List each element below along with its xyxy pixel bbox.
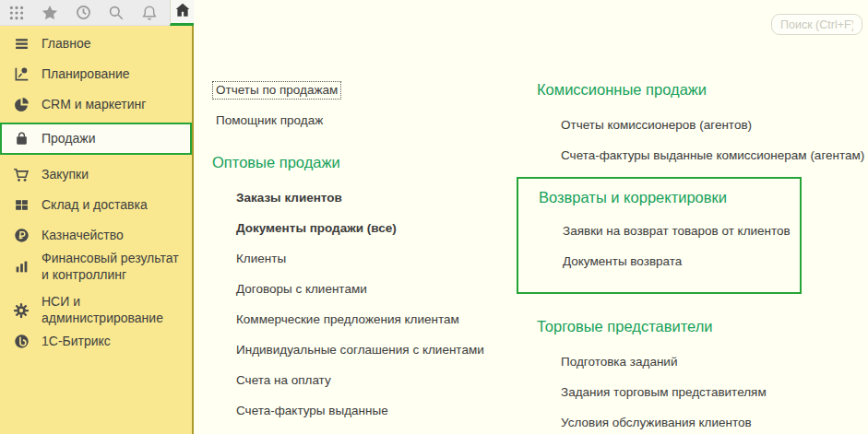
sidebar-item-label: Планирование <box>42 66 130 83</box>
sidebar-item[interactable]: Казначейство <box>0 220 192 251</box>
content-column-left: Отчеты по продажамПомощник продажОптовые… <box>212 81 517 434</box>
sidebar-item[interactable]: Главное <box>0 29 192 59</box>
section-title[interactable]: Комиссионные продажи <box>537 81 707 99</box>
nav-link[interactable]: Счета-фактуры выданные <box>232 402 392 420</box>
sidebar-item-label: Закупки <box>42 167 89 183</box>
sidebar-item[interactable]: Склад и доставка <box>0 190 192 220</box>
nav-link[interactable]: Коммерческие предложения клиентам <box>232 311 463 329</box>
nav-link[interactable]: Условия обслуживания клиентов <box>557 414 755 432</box>
nav-link[interactable]: Заказы клиентов <box>232 189 346 207</box>
gear-icon <box>13 302 30 319</box>
cart-icon <box>13 167 30 183</box>
section-title[interactable]: Возвраты и корректировки <box>539 189 727 206</box>
sidebar-item-label: 1С-Битрикс <box>42 334 111 350</box>
sidebar-item[interactable]: Планирование <box>0 59 192 89</box>
home-icon <box>174 2 191 22</box>
nav-link[interactable]: Задания торговым представителям <box>557 383 770 402</box>
favorites-icon[interactable] <box>41 4 59 22</box>
sidebar-item-label: Финансовый результат и контроллинг <box>42 251 184 283</box>
shopping-bag-icon <box>13 131 30 147</box>
section-title[interactable]: Торговые представители <box>537 318 713 335</box>
sidebar-item[interactable]: Продажи <box>0 123 192 155</box>
section-title[interactable]: Оптовые продажи <box>212 154 340 171</box>
ruble-icon <box>13 228 30 244</box>
toolbar <box>0 0 170 26</box>
nav-link[interactable]: Документы продажи (все) <box>232 219 400 238</box>
nav-link[interactable]: Отчеты по продажам <box>212 81 341 100</box>
history-icon[interactable] <box>74 4 92 22</box>
nav-link[interactable]: Индивидуальные соглашения с клиентами <box>232 341 488 359</box>
warehouse-icon <box>13 197 30 214</box>
nav-link[interactable]: Клиенты <box>232 250 290 268</box>
sidebar-item-label: Продажи <box>42 131 95 147</box>
sidebar: ГлавноеПланированиеCRM и маркетингПродаж… <box>0 26 194 434</box>
sidebar-item[interactable]: CRM и маркетинг <box>0 89 192 120</box>
nav-link[interactable]: Документы возврата <box>559 252 685 271</box>
section: Комиссионные продажиОтчеты комиссионеров… <box>537 81 850 165</box>
section: Торговые представителиПодготовка заданий… <box>537 318 850 432</box>
sidebar-item-label: НСИ и администрирование <box>42 294 184 326</box>
sidebar-item-label: CRM и маркетинг <box>42 97 146 113</box>
bitrix-icon <box>13 334 30 350</box>
menu-icon <box>13 36 30 53</box>
nav-link[interactable]: Заявки на возврат товаров от клиентов <box>559 222 794 240</box>
nav-link[interactable]: Отчеты комиссионеров (агентов) <box>557 116 755 135</box>
sidebar-item[interactable]: Закупки <box>0 159 192 190</box>
search-icon[interactable] <box>107 4 125 22</box>
sidebar-item[interactable]: НСИ и администрирование <box>0 294 192 326</box>
apps-icon[interactable] <box>7 4 26 22</box>
planning-icon <box>13 66 30 83</box>
nav-link[interactable]: Счета-фактуры выданные комиссионерам (аг… <box>557 147 868 165</box>
nav-link[interactable]: Подготовка заданий <box>557 353 681 371</box>
sidebar-item[interactable]: 1С-Битрикс <box>0 326 192 357</box>
search-input[interactable] <box>771 14 862 35</box>
content-column-right: Комиссионные продажиОтчеты комиссионеров… <box>537 81 850 434</box>
sidebar-item-label: Главное <box>42 36 91 53</box>
sidebar-item-label: Склад и доставка <box>42 197 148 214</box>
highlighted-section: Возвраты и корректировкиЗаявки на возвра… <box>517 177 802 294</box>
top-bar <box>0 0 868 26</box>
pie-chart-icon <box>13 97 30 113</box>
nav-link[interactable]: Помощник продаж <box>212 111 327 130</box>
nav-link[interactable]: Договоры с клиентами <box>232 280 371 299</box>
sidebar-item-label: Казначейство <box>42 228 124 244</box>
nav-link[interactable]: Счета на оплату <box>232 371 335 390</box>
bar-chart-icon <box>13 259 30 276</box>
sidebar-item[interactable]: Финансовый результат и контроллинг <box>0 251 192 283</box>
home-tab[interactable] <box>170 0 194 26</box>
notifications-icon[interactable] <box>140 4 159 22</box>
section: Оптовые продажиЗаказы клиентовДокументы … <box>212 154 517 434</box>
